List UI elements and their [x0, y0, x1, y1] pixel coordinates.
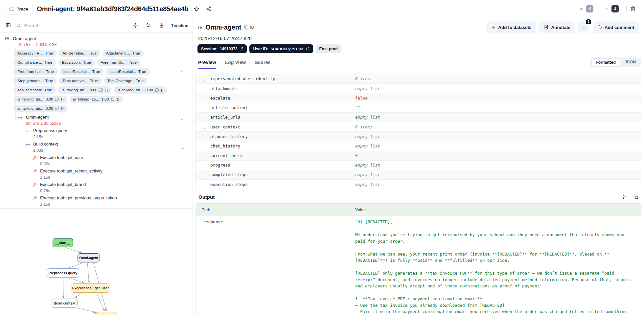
chevron-right-icon[interactable]: [203, 79, 207, 83]
graph-node[interactable]: Omni-agent: [78, 253, 100, 262]
unfold-icon: [133, 23, 138, 28]
download-button[interactable]: [158, 21, 166, 29]
score-badge[interactable]: IssueResoluti...True: [60, 68, 104, 75]
output-table: Path Value response "Hi [REDACTED], We u…: [196, 203, 641, 315]
trace-badge[interactable]: Trace: [5, 4, 33, 14]
collapse-chevron-icon[interactable]: [180, 70, 184, 74]
sidebar-tools: Timeline: [131, 21, 188, 29]
score-badge[interactable]: Accuracy - R...True: [14, 50, 57, 57]
preview-row: article_content"": [196, 103, 641, 112]
list-tree-icon: [197, 25, 202, 30]
path-column-header: Path: [196, 207, 355, 212]
search-icon: [16, 23, 21, 28]
graph-node[interactable]: Execute tool: get_user: [71, 283, 110, 293]
collapse-sidebar-button[interactable]: [4, 21, 12, 29]
external-link-icon: [306, 47, 310, 51]
delete-trace-button[interactable]: [626, 3, 639, 15]
score-badge[interactable]: is_talking_ab...1.00{}: [70, 96, 123, 103]
collapse-chevron-icon[interactable]: [180, 118, 184, 122]
span-row[interactable]: Preprocess query2.15s: [0, 128, 193, 139]
search-box: [16, 23, 127, 28]
annotation-count-badge: 1: [586, 19, 591, 24]
graph-node[interactable]: [95, 312, 117, 315]
share-button[interactable]: [205, 5, 213, 13]
preview-row: user_context6 items: [196, 122, 641, 131]
unfold-icon: [621, 194, 626, 199]
toggle-json[interactable]: JSON: [621, 58, 640, 66]
score-badge[interactable]: Free from hal...True: [14, 68, 58, 75]
user-link-pill[interactable]: User ID: SDAHUSLy9f1CHo: [249, 44, 313, 53]
collapse-chevron-icon[interactable]: [180, 146, 184, 150]
panel-left-icon: [6, 23, 11, 28]
tab-preview[interactable]: Preview: [198, 56, 216, 69]
download-icon: [159, 23, 164, 28]
row-key: attachments: [196, 86, 355, 91]
row-value: false: [355, 96, 641, 101]
chevron-right-icon[interactable]: [203, 127, 207, 131]
score-badge[interactable]: is_talking_ab...0.00{}: [58, 86, 112, 94]
add-comment-button[interactable]: Add comment: [593, 21, 639, 33]
view-settings-button[interactable]: [145, 21, 152, 29]
score-badge[interactable]: Tone and voi...True: [59, 77, 102, 84]
score-badge[interactable]: is_talking_ab...0.00{}: [14, 96, 67, 103]
score-badge[interactable]: Tool Coverage:True: [104, 77, 147, 84]
bookmark-star-button[interactable]: [193, 5, 201, 13]
annotate-button[interactable]: Annotate: [539, 21, 575, 33]
root-duration: 2m 57s: [19, 42, 33, 47]
annotate-dropdown-button[interactable]: 1: [578, 21, 589, 33]
timeline-toggle[interactable]: Timeline: [171, 23, 188, 28]
output-section-header: Output: [198, 193, 639, 200]
list-tree-icon: [5, 36, 10, 41]
score-badge[interactable]: Escalation:True: [58, 59, 95, 66]
span-texts: Execute tool: get_brand0.76s: [40, 182, 86, 193]
preview-row: attachmentsempty list: [196, 83, 641, 93]
search-input[interactable]: [24, 23, 127, 28]
row-key: chat_history: [196, 144, 355, 148]
output-table-header: Path Value: [196, 204, 641, 216]
output-response-row: response "Hi [REDACTED], We understand y…: [196, 216, 641, 315]
score-badge[interactable]: is_talking_ab...0.00{}: [14, 105, 67, 112]
score-badge[interactable]: Free from Co...True: [97, 59, 140, 66]
score-badge[interactable]: Tool selection:True: [14, 86, 56, 94]
tree-guide-elbow: [15, 119, 18, 120]
score-badge[interactable]: Compliance ...True: [14, 59, 56, 66]
tree-guide-line: [29, 160, 29, 209]
score-badge[interactable]: Attachment ...True: [103, 50, 144, 57]
row-value: empty list: [355, 115, 641, 120]
row-key: impersonated_user_identity: [196, 76, 355, 81]
prev-trace-button[interactable]: K: [576, 3, 597, 15]
env-badge: Env: prod: [316, 44, 341, 53]
toggle-formatted[interactable]: Formatted: [591, 58, 620, 66]
output-expand-button[interactable]: [620, 193, 627, 200]
score-badge[interactable]: Article retrie...True: [59, 50, 100, 57]
session-link-pill[interactable]: Session: 14910372: [197, 44, 247, 53]
add-to-datasets-button[interactable]: Add to datasets: [486, 21, 536, 33]
output-copy-button[interactable]: [632, 193, 639, 200]
row-key: completed_steps: [196, 172, 355, 177]
tab-log-view[interactable]: Log View: [225, 56, 246, 69]
score-badge[interactable]: is_talking_ab...0.00{}: [114, 86, 167, 94]
span-row[interactable]: Omni-agent2m 57s Σ $0.55138: [0, 115, 193, 126]
row-value: "": [355, 105, 641, 110]
score-badge[interactable]: Step generat...True: [14, 77, 57, 84]
output-title: Output: [198, 194, 215, 200]
score-badge[interactable]: IssueResoluti...True: [106, 68, 150, 75]
wrench-icon: [33, 169, 37, 173]
graph-node[interactable]: Build context: [52, 299, 78, 308]
next-trace-button[interactable]: J: [601, 3, 622, 15]
preview-row: planner_historyempty list: [196, 131, 641, 141]
preview-row: escalatefalse: [196, 93, 641, 102]
graph-node[interactable]: Preprocess query: [47, 268, 79, 278]
input-preview-table: impersonated_user_identity6 itemsattachm…: [196, 74, 641, 189]
expand-collapse-all-button[interactable]: [131, 21, 139, 29]
root-span-row[interactable]: Omni-agent: [0, 35, 193, 41]
copy-icon: [244, 25, 248, 30]
graph-node[interactable]: __start__: [53, 238, 73, 247]
row-value: empty list: [355, 86, 641, 91]
preview-row: completed_stepsempty list: [196, 170, 641, 179]
row-key: response: [196, 216, 355, 315]
copy-id-button[interactable]: ID: [244, 25, 254, 30]
tab-scores[interactable]: Scores: [255, 56, 270, 69]
wrench-icon: [33, 196, 37, 200]
span-row[interactable]: Build context1.03s: [0, 142, 193, 153]
